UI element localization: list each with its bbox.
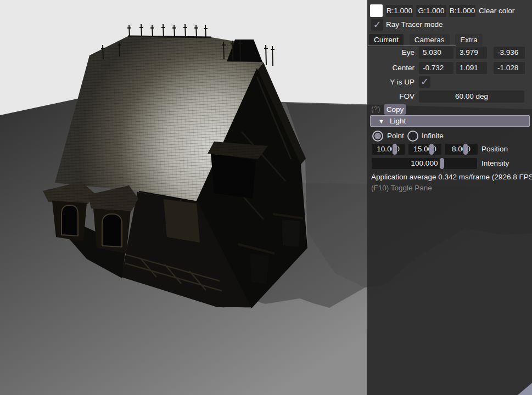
fov-field[interactable]: 60.00 deg: [419, 91, 524, 103]
dormer2-window: [102, 214, 122, 247]
eye-z-field[interactable]: -3.936: [494, 47, 525, 59]
hanging-sign-upper: [282, 219, 300, 247]
light-section-header[interactable]: ▼ Light: [370, 115, 530, 127]
tab-bar: Current Cameras Extra: [369, 34, 486, 46]
resize-grip-triangle: [518, 383, 532, 395]
y-up-checkbox[interactable]: ✓: [419, 76, 430, 88]
control-panel: R:1.000 G:1.000 B:1.000 Clear color ✓ Ra…: [367, 0, 532, 395]
help-link[interactable]: (?): [371, 105, 380, 113]
hanging-sign-lower: [250, 253, 269, 284]
tab-extra[interactable]: Extra: [455, 34, 483, 46]
center-z-field[interactable]: -1.028: [494, 62, 525, 74]
tab-cameras[interactable]: Cameras: [410, 34, 450, 46]
copy-button[interactable]: Copy: [384, 104, 406, 115]
intensity-label: Intensity: [481, 157, 509, 170]
resize-grip[interactable]: [518, 383, 532, 395]
ray-tracer-label: Ray Tracer mode: [386, 19, 443, 31]
light-intensity-value: 100.000: [411, 159, 438, 167]
position-label: Position: [481, 143, 508, 155]
point-label: Point: [387, 130, 404, 142]
slider-handle[interactable]: [439, 157, 445, 170]
tab-current[interactable]: Current: [369, 34, 404, 46]
collapse-triangle-icon: ▼: [378, 118, 384, 125]
slider-handle[interactable]: [463, 143, 468, 155]
checkmark-icon: ✓: [373, 19, 381, 30]
oriel-body: [211, 154, 256, 199]
light-position-y-slider[interactable]: 15.000: [408, 144, 441, 155]
light-section-title: Light: [390, 117, 406, 125]
infinite-radio[interactable]: [407, 131, 418, 142]
app-window: R:1.000 G:1.000 B:1.000 Clear color ✓ Ra…: [0, 0, 532, 395]
clear-color-swatch[interactable]: [370, 4, 383, 17]
clear-color-label: Clear color: [479, 5, 514, 17]
eye-y-field[interactable]: 3.979: [456, 47, 487, 59]
front-door-panel: [164, 199, 200, 242]
infinite-label: Infinite: [422, 130, 444, 142]
slider-handle[interactable]: [392, 143, 397, 155]
light-position-z-slider[interactable]: 8.000: [445, 144, 478, 155]
clear-color-r-button[interactable]: R:1.000: [386, 5, 413, 17]
clear-color-g-button[interactable]: G:1.000: [416, 5, 446, 17]
point-radio[interactable]: [372, 131, 383, 142]
eye-label: Eye: [367, 47, 415, 59]
y-up-label: Y is UP: [367, 76, 415, 88]
toggle-pane-hint: (F10) Toggle Pane: [371, 184, 432, 192]
center-label: Center: [367, 62, 415, 74]
clear-color-b-button[interactable]: B:1.000: [449, 5, 475, 17]
frame-stats: Application average 0.342 ms/frame (2926…: [371, 173, 532, 181]
center-y-field[interactable]: 1.091: [456, 62, 487, 74]
light-intensity-slider[interactable]: 100.000: [372, 158, 477, 169]
light-position-x-slider[interactable]: 10.000: [372, 144, 405, 155]
slider-handle[interactable]: [429, 143, 434, 155]
roof-ridge: [128, 36, 211, 37]
center-x-field[interactable]: -0.732: [419, 62, 453, 74]
fov-label: FOV: [367, 91, 415, 103]
tab-underline: [368, 46, 456, 46]
eye-x-field[interactable]: 5.030: [419, 47, 453, 59]
dormer1-window: [61, 205, 78, 236]
ray-tracer-checkbox[interactable]: ✓: [371, 19, 383, 31]
checkmark-icon: ✓: [421, 76, 429, 87]
